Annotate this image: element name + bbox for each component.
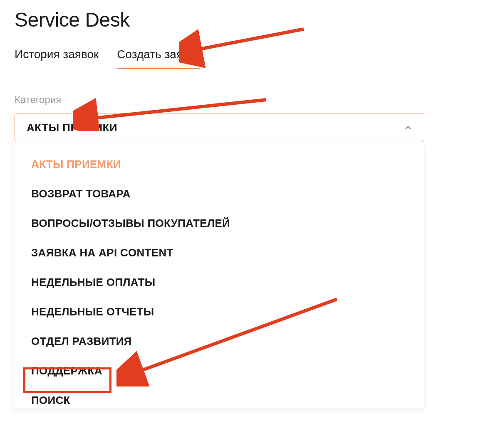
category-field: Категория АКТЫ ПРИЕМКИ АКТЫ ПРИЕМКИ ВОЗВ… xyxy=(15,94,480,408)
tabs-container: История заявок Создать заявку xyxy=(15,48,480,69)
dropdown-option[interactable]: НЕДЕЛЬНЫЕ ОТЧЕТЫ xyxy=(15,297,424,327)
category-label: Категория xyxy=(15,94,480,106)
dropdown-option[interactable]: ВОЗВРАТ ТОВАРА xyxy=(15,179,424,209)
page-title: Service Desk xyxy=(15,8,480,31)
tab-create-request[interactable]: Создать заявку xyxy=(117,48,200,69)
category-selected-value: АКТЫ ПРИЕМКИ xyxy=(27,121,117,134)
category-dropdown: АКТЫ ПРИЕМКИ ВОЗВРАТ ТОВАРА ВОПРОСЫ/ОТЗЫ… xyxy=(15,142,424,408)
dropdown-option-highlighted[interactable]: ПОДДЕРЖКА xyxy=(15,356,424,386)
chevron-up-icon xyxy=(404,123,412,132)
dropdown-option[interactable]: ВОПРОСЫ/ОТЗЫВЫ ПОКУПАТЕЛЕЙ xyxy=(15,209,424,238)
dropdown-option[interactable]: НЕДЕЛЬНЫЕ ОПЛАТЫ xyxy=(15,268,424,297)
dropdown-option[interactable]: ПОИСК xyxy=(15,386,424,408)
tab-history[interactable]: История заявок xyxy=(15,48,99,69)
dropdown-option[interactable]: ОТДЕЛ РАЗВИТИЯ xyxy=(15,327,424,356)
dropdown-option[interactable]: ЗАЯВКА НА API CONTENT xyxy=(15,238,424,268)
category-select[interactable]: АКТЫ ПРИЕМКИ xyxy=(15,113,424,142)
svg-line-1 xyxy=(196,29,304,50)
dropdown-option[interactable]: АКТЫ ПРИЕМКИ xyxy=(15,150,424,179)
